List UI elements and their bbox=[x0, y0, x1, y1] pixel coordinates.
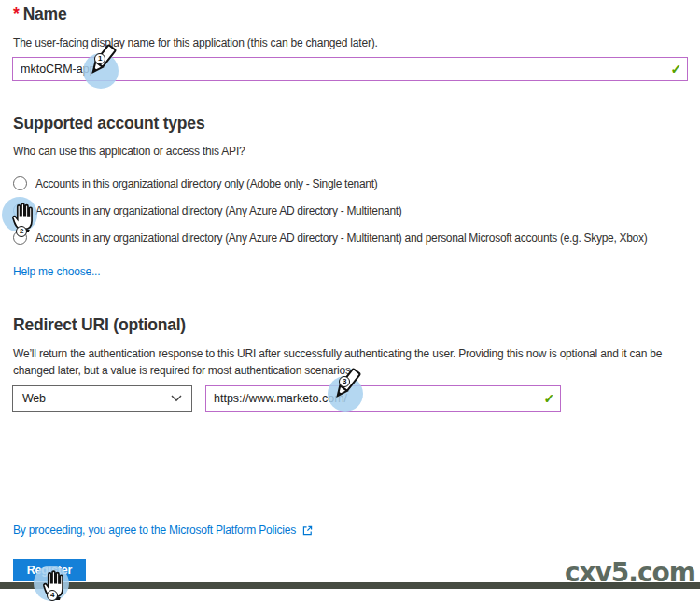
account-types-title: Supported account types bbox=[13, 114, 204, 133]
redirect-uri-input[interactable] bbox=[205, 385, 561, 412]
chevron-down-icon bbox=[171, 395, 182, 402]
radio-circle-selected[interactable] bbox=[13, 203, 27, 217]
redirect-uri-input-wrap: ✓ bbox=[205, 385, 561, 412]
name-input[interactable] bbox=[12, 57, 688, 81]
name-input-wrap: ✓ bbox=[12, 57, 688, 81]
radio-circle[interactable] bbox=[13, 176, 27, 190]
required-asterisk: * bbox=[13, 5, 20, 23]
platform-select[interactable]: Web bbox=[12, 385, 192, 412]
redirect-uri-description: We’ll return the authentication response… bbox=[13, 345, 694, 379]
external-link-icon[interactable] bbox=[301, 524, 314, 537]
name-section-title: *Name bbox=[13, 5, 67, 24]
checkmark-icon: ✓ bbox=[543, 392, 554, 405]
radio-option-single-tenant[interactable]: Accounts in this organizational director… bbox=[13, 176, 377, 190]
radio-label: Accounts in this organizational director… bbox=[35, 177, 377, 190]
checkmark-icon: ✓ bbox=[670, 63, 681, 76]
account-types-description: Who can use this application or access t… bbox=[13, 143, 245, 160]
step-number-badge: 4 bbox=[47, 590, 58, 601]
radio-option-multitenant-personal[interactable]: Accounts in any organizational directory… bbox=[13, 231, 647, 245]
policy-row: By proceeding, you agree to the Microsof… bbox=[13, 524, 314, 537]
name-title-text: Name bbox=[23, 5, 67, 23]
radio-label: Accounts in any organizational directory… bbox=[35, 204, 402, 217]
radio-option-multitenant[interactable]: Accounts in any organizational directory… bbox=[13, 203, 402, 217]
radio-label: Accounts in any organizational directory… bbox=[35, 231, 647, 245]
platform-policies-link[interactable]: By proceeding, you agree to the Microsof… bbox=[13, 524, 296, 537]
platform-selected-value: Web bbox=[22, 392, 46, 405]
name-description: The user-facing display name for this ap… bbox=[13, 35, 378, 51]
help-me-choose-link[interactable]: Help me choose... bbox=[13, 265, 100, 278]
app-registration-form: *Name The user-facing display name for t… bbox=[0, 0, 700, 601]
watermark: cxv5.com bbox=[565, 557, 695, 588]
register-button[interactable]: Register bbox=[13, 559, 86, 581]
radio-circle[interactable] bbox=[13, 231, 27, 245]
redirect-uri-title: Redirect URI (optional) bbox=[13, 315, 186, 335]
